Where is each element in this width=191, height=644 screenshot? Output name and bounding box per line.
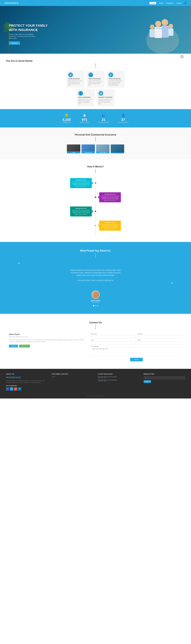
about-col-title: ABOUT US [6,373,48,375]
house-card-title: HOUSE INSURANCE [68,78,83,80]
featured-col-title: FEATURED CONTENT [52,373,93,375]
svg-rect-7 [161,26,169,38]
commercial-title: Personal And Commercial Insurance [9,134,182,136]
googleplus-icon[interactable]: g+ [14,387,17,390]
email-input[interactable] [91,341,136,344]
commercial-divider [95,137,96,142]
commercial-images: Loyalty Trustworthiness Professionalism [9,144,182,154]
image4[interactable] [111,144,124,154]
svg-point-15 [93,296,98,298]
health-card-text: Donec congue donec nec erat malesuada. C… [78,98,93,104]
experience-label: Years of Experience [118,122,128,123]
nav-dropdown[interactable]: Dropdown [166,2,173,4]
hero-family-image [143,10,182,54]
footer-columns: ABOUT US INSURANCE Lorem ipsum donec nec… [6,373,185,390]
good-hands-section: ℹ You Are In Good Hands 🏠 HOUSE INSURANC… [0,54,191,109]
newsletter-col-title: NEWSLETTER [144,373,185,375]
experience-number: 27 [118,118,128,122]
dot-3[interactable] [97,305,98,306]
how-it-works-section: How It Works? Heading Goes Here Lorem ip… [0,159,191,242]
property-card-title: PROPERTY INSURANCE [98,96,113,98]
hero-subtitle: Aenean congue donec nec erat hendrerit c… [9,34,39,40]
step1-dot [94,182,97,184]
firstname-input[interactable] [91,335,136,338]
professionalism-image[interactable]: Professionalism [96,144,110,154]
dot-2[interactable] [95,305,96,306]
phone-label: Phone [137,340,182,341]
author-name: JOHN ARIN [9,300,182,302]
vehicle-icon: 🚗 [88,72,93,77]
hero-title: PROTECT YOUR FAMILYWITH INSURANCE [9,24,48,32]
vehicle-card-text: Congue congue donec nec erat malesuada. … [88,80,103,86]
nav-links: Home About Dropdown Contact [149,2,182,4]
email-group: Email [91,340,136,344]
open-quote-mark: “ [9,262,182,268]
facebook-icon[interactable]: f [6,387,9,390]
agents-number: 21 [98,118,109,122]
step3-box: Heading Goes Here Lorem ipsum dolor sit … [70,206,92,216]
nav-contact[interactable]: Contact [176,2,182,4]
dot-1[interactable] [93,305,94,306]
stay-connected-title: STAY CONNECTED [6,385,48,386]
send-button[interactable]: SEND [130,358,143,361]
svg-point-12 [169,24,173,28]
register-now-button[interactable]: Register Now [19,345,30,348]
get-in-touch-title: Get In Touch [9,333,85,336]
email-label: Email [91,340,136,341]
happy-clients-label: Happy Clients [63,122,71,123]
lastname-label: Last name [137,333,182,335]
loyalty-image[interactable]: Loyalty [67,144,80,154]
newsletter-submit-button[interactable]: Submit [144,380,151,383]
newsletter-input[interactable] [144,376,185,379]
about-us-link[interactable]: About Us [52,376,93,377]
nav-logo: INSURANCE [5,2,149,4]
stat-agents: 👥 21 Professional Agents [98,114,109,123]
news1-date: February 15, 2016 [98,377,139,378]
health-card-title: HEALTH INSURANCE [78,96,93,98]
trustworthiness-image[interactable]: Trustworthiness [81,144,95,154]
footer-logo: INSURANCE [6,376,48,379]
close-quote-mark: ” [9,282,182,288]
image4-label [111,152,124,154]
property-insurance-card: 🏢 PROPERTY INSURANCE Nullam congue donec… [97,89,115,106]
subscribe-button[interactable]: Subscribe [9,345,18,348]
message-label: Your message [91,346,182,347]
lastname-input[interactable] [137,335,182,338]
phone-group: Phone [137,340,182,344]
nav-about[interactable]: About [159,2,163,4]
loyalty-label: Loyalty [67,152,80,154]
step4-text: Lorem ipsum dolor sit amet consectetur a… [101,224,119,230]
author-role: Senior Advisor [9,302,182,303]
house-card-text: Nullam congue donec nec erat malesuada. … [68,80,83,86]
travel-card-title: TRAVEL INSURANCE [108,78,123,80]
lastname-group: Last name [137,333,182,338]
contact-description: Donec nec nulla auctor odio laoreet orna… [9,339,85,343]
good-hands-title: You Are In Good Hands [6,60,185,62]
footer-about-text: Lorem ipsum donec nec erat hendrerit con… [6,380,48,383]
contact-buttons: Subscribe Register Now [9,345,85,348]
stay-connected-section: STAY CONNECTED f t g+ in [6,385,48,390]
step3-dot [94,210,97,212]
agents-icon: 👥 [98,114,109,117]
testimonials-title: What People Say About Us. [9,250,182,252]
agents-label: Professional Agents [98,122,109,123]
twitter-icon[interactable]: t [10,387,13,390]
stat-experience: 👤 27 Years of Experience [118,114,128,123]
linkedin-icon[interactable]: in [18,387,21,390]
nav-home[interactable]: Home [149,2,156,4]
hero-section: PROTECT YOUR FAMILYWITH INSURANCE Aenean… [0,6,191,54]
step4-title: Heading Goes Here [101,222,119,223]
step3-row: Heading Goes Here Lorem ipsum dolor sit … [70,206,121,216]
hero-cta-button[interactable]: View More [9,42,20,45]
message-input[interactable] [91,347,182,356]
step4-icon: ✦ [98,224,100,227]
policies-label: Insurance Policies [80,122,89,123]
user-icon[interactable]: 👤 [184,2,186,4]
property-card-text: Nullam congue donec nec erat malesuada. … [98,98,113,104]
email-row: Email Phone [91,340,182,344]
phone-input[interactable] [137,341,182,344]
step1-title: Heading Goes Here [72,179,90,181]
info-icon[interactable]: ℹ [180,55,183,58]
step1-text: Lorem ipsum dolor sit amet consectetur a… [72,181,90,187]
property-icon: 🏢 [98,91,103,96]
